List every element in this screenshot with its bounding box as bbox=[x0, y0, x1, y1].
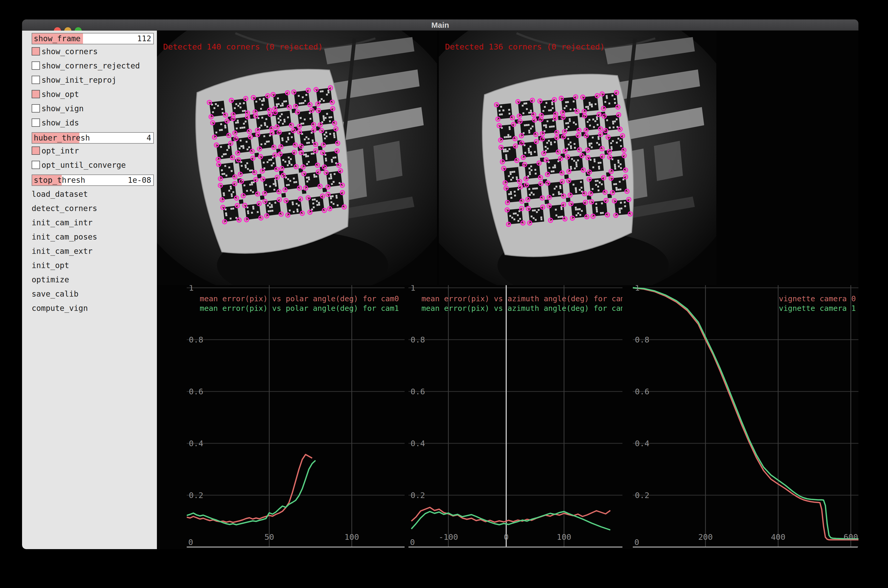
checkbox-label: show_corners_rejected bbox=[42, 62, 140, 70]
x-tick-label: 400 bbox=[771, 532, 785, 542]
checkbox-show_corners[interactable]: show_corners bbox=[32, 47, 154, 56]
camera-view-1: Detected 136 corners (0 rejected) bbox=[439, 31, 716, 285]
x-tick-label: 100 bbox=[344, 532, 359, 542]
camera-view-0: Detected 140 corners (0 rejected) bbox=[157, 31, 437, 285]
legend-entry: mean error(pix) vs azimuth angle(deg) fo… bbox=[421, 294, 622, 303]
slider-label: stop_thresh bbox=[34, 175, 85, 185]
y-tick-label: 0.6 bbox=[189, 387, 203, 396]
y-zero-label: 0 bbox=[188, 537, 193, 547]
checkbox-label: show_opt bbox=[42, 90, 79, 99]
y-zero-label: 0 bbox=[410, 537, 415, 547]
y-tick-label: 0.2 bbox=[635, 490, 649, 500]
chart-1: 0.20.40.60.810-1000100mean error(pix) vs… bbox=[409, 285, 622, 549]
checkbox-label: show_init_reproj bbox=[42, 76, 116, 84]
sidebar: show_frame112show_cornersshow_corners_re… bbox=[22, 31, 157, 549]
button-load_dataset[interactable]: load_dataset bbox=[32, 189, 154, 199]
slider-value: 4 bbox=[147, 133, 151, 143]
corner-detection-status: Detected 140 corners (0 rejected) bbox=[163, 42, 323, 51]
button-compute_vign[interactable]: compute_vign bbox=[32, 304, 154, 313]
y-tick-label: 0.4 bbox=[410, 439, 425, 448]
button-init_cam_poses[interactable]: init_cam_poses bbox=[32, 232, 154, 242]
slider-value: 112 bbox=[137, 33, 151, 44]
x-tick-label: 600 bbox=[844, 532, 858, 542]
series-line-0 bbox=[187, 454, 312, 522]
slider-show_frame[interactable]: show_frame112 bbox=[32, 33, 154, 44]
checkbox-show_ids[interactable]: show_ids bbox=[32, 118, 154, 127]
chart-2: 0.20.40.60.810200400600vignette camera 0… bbox=[633, 285, 858, 549]
window-title: Main bbox=[22, 20, 858, 31]
button-save_calib[interactable]: save_calib bbox=[32, 290, 154, 298]
y-tick-label: 0.4 bbox=[189, 439, 203, 448]
checkbox-box[interactable] bbox=[32, 147, 40, 155]
legend-entry: mean error(pix) vs polar angle(deg) for … bbox=[200, 304, 399, 313]
x-tick-label: -100 bbox=[439, 532, 458, 542]
checkbox-label: show_ids bbox=[42, 118, 79, 127]
button-init_opt[interactable]: init_opt bbox=[32, 261, 154, 270]
checkbox-box[interactable] bbox=[32, 90, 40, 98]
y-tick-label: 0.2 bbox=[189, 490, 203, 500]
y-tick-label: 0.8 bbox=[410, 335, 425, 344]
series-line-1 bbox=[633, 288, 858, 539]
series-line-1 bbox=[187, 460, 316, 525]
y-zero-label: 0 bbox=[634, 537, 639, 547]
legend-entry: mean error(pix) vs azimuth angle(deg) fo… bbox=[421, 304, 622, 313]
checkbox-label: opt_until_converge bbox=[42, 161, 126, 170]
x-tick-label: 100 bbox=[557, 532, 571, 542]
y-tick-label: 0.4 bbox=[635, 439, 649, 448]
y-tick-label: 1 bbox=[635, 285, 640, 292]
y-tick-label: 0.2 bbox=[410, 490, 425, 500]
y-tick-label: 1 bbox=[189, 285, 194, 292]
x-tick-label: 0 bbox=[503, 532, 509, 542]
button-optimize[interactable]: optimize bbox=[32, 275, 154, 284]
button-detect_corners[interactable]: detect_corners bbox=[32, 204, 154, 213]
checkbox-box[interactable] bbox=[32, 47, 40, 56]
checkbox-label: show_corners bbox=[42, 47, 98, 56]
y-tick-label: 0.6 bbox=[635, 387, 649, 396]
chart-0: 0.20.40.60.81050100mean error(pix) vs po… bbox=[187, 285, 404, 549]
y-tick-label: 0.6 bbox=[410, 387, 425, 396]
corner-detection-status: Detected 136 corners (0 rejected) bbox=[445, 42, 605, 51]
x-tick-label: 200 bbox=[698, 532, 713, 542]
slider-stop_thresh[interactable]: stop_thresh1e-08 bbox=[32, 174, 154, 186]
checkbox-label: opt_intr bbox=[42, 147, 79, 155]
y-tick-label: 0.8 bbox=[635, 335, 649, 344]
legend-entry: vignette camera 1 bbox=[779, 304, 856, 313]
slider-label: huber_thresh bbox=[34, 133, 90, 143]
slider-value: 1e-08 bbox=[128, 175, 151, 185]
checkbox-box[interactable] bbox=[32, 161, 40, 169]
legend-entry: vignette camera 0 bbox=[779, 294, 856, 303]
checkbox-box[interactable] bbox=[32, 76, 40, 84]
checkbox-box[interactable] bbox=[32, 104, 40, 112]
checkbox-show_opt[interactable]: show_opt bbox=[32, 90, 154, 99]
checkbox-opt_until_converge[interactable]: opt_until_converge bbox=[32, 161, 154, 170]
y-tick-label: 1 bbox=[410, 285, 415, 292]
series-line-0 bbox=[411, 507, 610, 522]
slider-label: show_frame bbox=[34, 33, 81, 44]
window-titlebar[interactable]: Main bbox=[22, 20, 858, 31]
checkbox-label: show_vign bbox=[42, 104, 84, 113]
checkbox-opt_intr[interactable]: opt_intr bbox=[32, 147, 154, 155]
button-init_cam_extr[interactable]: init_cam_extr bbox=[32, 246, 154, 256]
checkbox-show_init_reproj[interactable]: show_init_reproj bbox=[32, 76, 154, 84]
checkbox-box[interactable] bbox=[32, 62, 40, 70]
y-tick-label: 0.8 bbox=[189, 335, 203, 344]
x-tick-label: 50 bbox=[264, 532, 274, 542]
checkbox-box[interactable] bbox=[32, 118, 40, 127]
app-window: Main show_frame112show_cornersshow_corne… bbox=[22, 20, 858, 549]
button-init_cam_intr[interactable]: init_cam_intr bbox=[32, 218, 154, 227]
window-content: show_frame112show_cornersshow_corners_re… bbox=[22, 31, 858, 549]
checkbox-show_vign[interactable]: show_vign bbox=[32, 104, 154, 113]
checkbox-show_corners_rejected[interactable]: show_corners_rejected bbox=[32, 62, 154, 70]
legend-entry: mean error(pix) vs polar angle(deg) for … bbox=[200, 294, 399, 303]
slider-huber_thresh[interactable]: huber_thresh4 bbox=[32, 132, 154, 144]
